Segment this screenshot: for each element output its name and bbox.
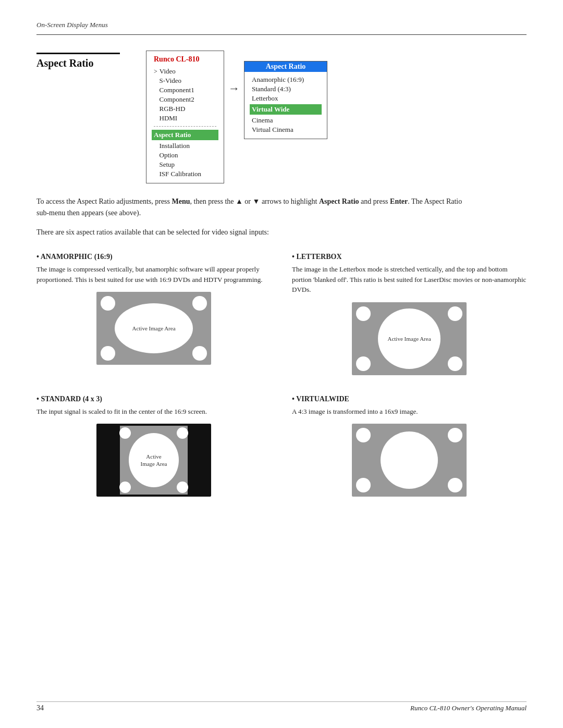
submenu-item-anamorphic: Anamorphic (16:9) [252,75,320,84]
menu-item-aspect-ratio: Aspect Ratio [152,130,218,140]
mode-letterbox-title: • LETTERBOX [292,253,527,261]
menu-item-label: HDMI [160,114,178,122]
svg-point-24 [381,431,438,489]
menu-item-svideo: S-Video [154,76,216,85]
mode-letterbox-description: The image in the Letterbox mode is stret… [292,264,527,295]
footer-manual-title: Runco CL-810 Owner's Operating Manual [410,704,527,712]
mode-anamorphic: • ANAMORPHIC (16:9) The image is compres… [36,253,271,379]
menu-item-video: > Video [154,67,216,76]
menu-item-component2: Component2 [154,95,216,104]
diagram-anamorphic-container: Active Image Area [36,292,271,365]
menu-item-label: ISF Calibration [160,170,202,178]
submenu-box: Aspect Ratio Anamorphic (16:9) Standard … [244,61,327,139]
menu-item-label: Aspect Ratio [154,131,191,139]
mode-letterbox: • LETTERBOX The image in the Letterbox m… [292,253,527,379]
mode-virtualwide: • VIRTUALWIDE A 4:3 image is transformed… [292,395,527,501]
footer: 34 Runco CL-810 Owner's Operating Manual [36,704,527,712]
submenu-item-virtualwide: Virtual Wide [250,104,322,115]
mode-anamorphic-description: The image is compressed vertically, but … [36,264,271,285]
submenu-title: Aspect Ratio [244,61,327,72]
mode-standard-description: The input signal is scaled to fit in the… [36,406,271,417]
menu-item-label: Option [160,151,178,159]
diagram-virtualwide [352,424,467,497]
diagram-anamorphic: Active Image Area [96,292,211,365]
menu-item-label: Setup [160,161,175,169]
submenu-item-standard: Standard (4:3) [252,84,320,94]
page: On-Screen Display Menus Aspect Ratio Run… [0,0,563,728]
menu-item-rgbhd: RGB-HD [154,104,216,114]
svg-text:Active Image Area: Active Image Area [132,325,175,331]
diagram-standard: Active Image Area [96,424,211,497]
section-title: Aspect Ratio [36,53,120,69]
mode-virtualwide-title: • VIRTUALWIDE [292,395,527,403]
svg-point-3 [192,296,207,311]
menu-item-option: Option [154,151,216,160]
svg-point-5 [192,346,207,361]
menu-item-label: Video [160,67,176,76]
bottom-divider [36,701,527,702]
svg-point-19 [119,482,131,493]
menu-item-component1: Component1 [154,85,216,95]
diagram-virtualwide-container [292,424,527,497]
arrow-icon: > [154,68,157,76]
modes-grid: • ANAMORPHIC (16:9) The image is compres… [36,253,527,516]
svg-point-2 [101,296,115,311]
svg-text:Image Area: Image Area [141,461,167,467]
menu-item-label: Component2 [160,95,194,104]
submenu-item-letterbox: Letterbox [252,94,320,103]
header-label: On-Screen Display Menus [36,21,527,29]
svg-point-16 [129,433,179,487]
submenu-item-cinema: Cinema [252,116,320,125]
svg-point-12 [448,356,462,371]
menu-item-label: Component1 [160,86,194,94]
menu-item-hdmi: HDMI [154,114,216,123]
mode-virtualwide-description: A 4:3 image is transformed into a 16x9 i… [292,406,527,417]
svg-point-10 [448,306,462,321]
diagram-letterbox-container: Active Image Area [292,302,527,375]
menu-diagram: Runco CL-810 > Video S-Video Component1 … [146,51,327,183]
menu-arrow-connector: → [224,82,244,95]
menu-item-setup: Setup [154,160,216,169]
svg-point-20 [177,482,188,493]
mode-standard-title: • STANDARD (4 x 3) [36,395,271,403]
svg-point-18 [177,427,188,439]
svg-point-11 [356,356,371,371]
menu-item-label: S-Video [160,77,182,85]
diagram-standard-container: Active Image Area [36,424,271,497]
svg-point-27 [356,478,371,492]
menu-divider [154,126,216,127]
top-divider [36,34,527,35]
body-paragraph-1: To access the Aspect Ratio adjustments, … [36,196,464,218]
svg-point-4 [101,346,115,361]
menu-item-installation: Installation [154,141,216,151]
menu-item-isf: ISF Calibration [154,169,216,179]
main-menu-title: Runco CL-810 [154,55,216,64]
svg-point-25 [356,428,371,442]
diagram-letterbox: Active Image Area [352,302,467,375]
main-menu-box: Runco CL-810 > Video S-Video Component1 … [146,51,224,183]
svg-text:Active: Active [146,453,161,460]
mode-standard: • STANDARD (4 x 3) The input signal is s… [36,395,271,501]
six-ratios-paragraph: There are six aspect ratios available th… [36,227,527,238]
mode-anamorphic-title: • ANAMORPHIC (16:9) [36,253,271,261]
menu-item-label: RGB-HD [160,105,186,113]
menu-item-label: Installation [160,142,190,150]
svg-point-9 [356,306,371,321]
section-title-bar: Aspect Ratio Runco CL-810 > Video S-Vide… [36,51,527,183]
svg-point-26 [448,428,462,442]
submenu-item-virtualcinema: Virtual Cinema [252,125,320,134]
svg-point-17 [119,427,131,439]
svg-text:Active Image Area: Active Image Area [387,336,431,342]
footer-page-number: 34 [36,704,44,712]
svg-point-28 [448,478,462,492]
